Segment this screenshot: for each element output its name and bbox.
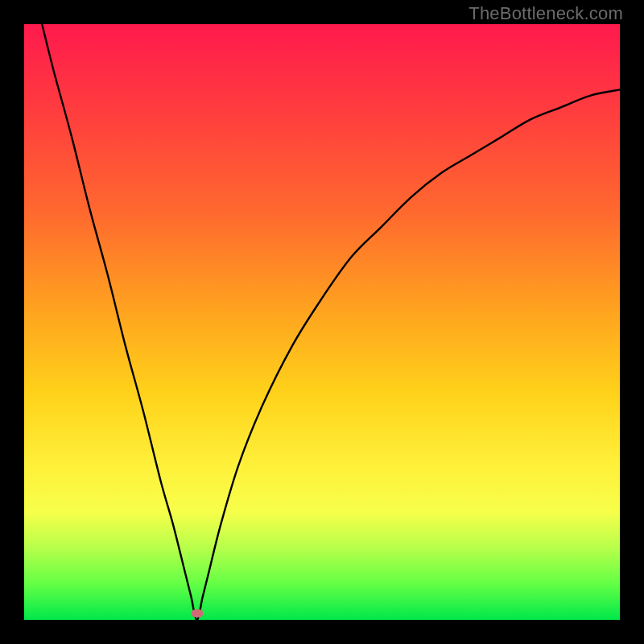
plot-area bbox=[24, 24, 620, 620]
bottleneck-curve bbox=[24, 24, 620, 620]
watermark-text: TheBottleneck.com bbox=[469, 3, 623, 24]
dip-marker bbox=[192, 609, 203, 617]
chart-frame: TheBottleneck.com bbox=[0, 0, 644, 644]
